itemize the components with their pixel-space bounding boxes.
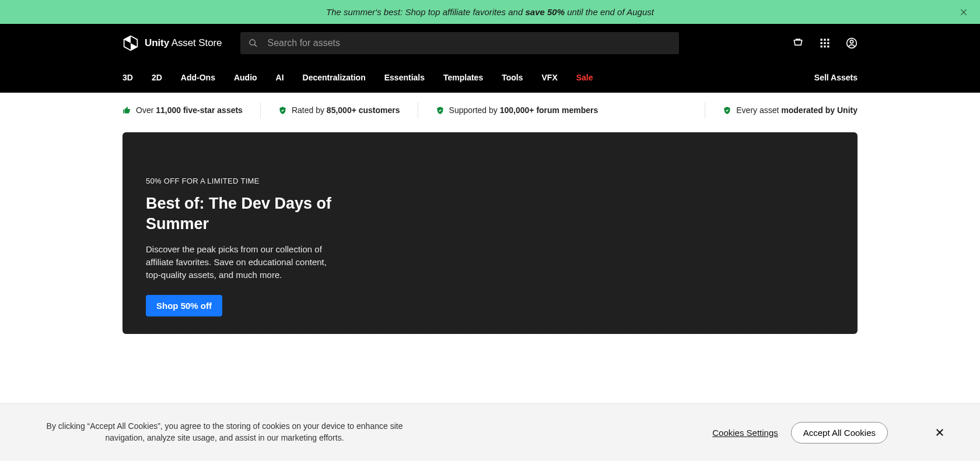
sell-assets-link[interactable]: Sell Assets xyxy=(814,73,858,82)
svg-rect-8 xyxy=(824,39,825,41)
stat-supported: Supported by 100,000+ forum members xyxy=(436,105,598,115)
stat-bold: 85,000+ customers xyxy=(327,105,400,115)
shield-check-icon xyxy=(436,106,444,115)
svg-rect-14 xyxy=(824,45,825,47)
nav-vfx[interactable]: VFX xyxy=(542,73,558,82)
logo-text-light: Asset Store xyxy=(169,37,222,48)
svg-rect-11 xyxy=(824,42,825,44)
logo-text-bold: Unity xyxy=(145,37,169,48)
stats-bar: Over 11,000 five-star assets Rated by 85… xyxy=(0,93,980,128)
stat-bold: 100,000+ forum members xyxy=(500,105,598,115)
thumb-up-icon xyxy=(123,106,131,115)
apps-icon[interactable] xyxy=(819,37,831,49)
svg-rect-7 xyxy=(821,39,822,41)
svg-rect-13 xyxy=(821,45,822,47)
svg-rect-10 xyxy=(821,42,822,44)
close-banner-icon[interactable] xyxy=(959,8,968,17)
cart-icon[interactable] xyxy=(792,37,804,49)
banner-text-bold: save 50% xyxy=(525,7,565,17)
unity-logo-icon xyxy=(123,35,139,51)
svg-rect-12 xyxy=(827,42,829,44)
logo-text: Unity Asset Store xyxy=(145,37,222,49)
stat-bold: moderated by Unity xyxy=(781,105,858,115)
stat-pre: Every asset xyxy=(736,105,781,115)
stat-rated: Rated by 85,000+ customers xyxy=(278,105,400,115)
search-icon xyxy=(249,38,258,48)
stat-pre: Supported by xyxy=(449,105,500,115)
stat-five-star: Over 11,000 five-star assets xyxy=(123,105,243,115)
stat-moderated: Every asset moderated by Unity xyxy=(723,105,858,115)
nav-3d[interactable]: 3D xyxy=(123,73,133,82)
hero-body: Discover the peak picks from our collect… xyxy=(146,243,338,282)
svg-marker-3 xyxy=(124,36,131,43)
svg-line-6 xyxy=(254,44,257,47)
svg-point-17 xyxy=(850,40,853,43)
nav-2d[interactable]: 2D xyxy=(152,73,162,82)
nav-essentials[interactable]: Essentials xyxy=(384,73,425,82)
stat-bold: 11,000 five-star assets xyxy=(156,105,243,115)
nav-decentralization[interactable]: Decentralization xyxy=(303,73,366,82)
search-input[interactable] xyxy=(258,38,671,48)
divider xyxy=(705,102,705,118)
nav-sale[interactable]: Sale xyxy=(576,73,593,82)
account-icon[interactable] xyxy=(846,37,858,49)
banner-text-pre: The summer's best: Shop top affiliate fa… xyxy=(326,7,525,17)
svg-marker-4 xyxy=(131,43,137,50)
promo-banner[interactable]: The summer's best: Shop top affiliate fa… xyxy=(0,0,980,24)
stat-pre: Over xyxy=(136,105,156,115)
shield-check-icon xyxy=(278,106,287,115)
hero-eyebrow: 50% OFF FOR A LIMITED TIME xyxy=(146,177,834,185)
svg-rect-9 xyxy=(827,39,829,41)
logo[interactable]: Unity Asset Store xyxy=(123,35,222,51)
nav-addons[interactable]: Add-Ons xyxy=(181,73,215,82)
divider xyxy=(260,102,261,118)
shop-button[interactable]: Shop 50% off xyxy=(146,295,222,316)
nav-tools[interactable]: Tools xyxy=(502,73,523,82)
nav-audio[interactable]: Audio xyxy=(234,73,257,82)
svg-rect-15 xyxy=(827,45,829,47)
shield-check-icon xyxy=(723,106,732,115)
nav-ai[interactable]: AI xyxy=(276,73,284,82)
banner-text-post: until the end of August xyxy=(565,7,654,17)
search-bar[interactable] xyxy=(240,32,679,54)
divider xyxy=(418,102,418,118)
stat-pre: Rated by xyxy=(292,105,327,115)
header: Unity Asset Store xyxy=(0,24,980,62)
nav-bar: 3D 2D Add-Ons Audio AI Decentralization … xyxy=(0,62,980,93)
svg-point-5 xyxy=(250,40,255,45)
hero-title: Best of: The Dev Days of Summer xyxy=(146,193,344,234)
nav-templates[interactable]: Templates xyxy=(443,73,483,82)
hero-banner: 50% OFF FOR A LIMITED TIME Best of: The … xyxy=(123,132,858,334)
